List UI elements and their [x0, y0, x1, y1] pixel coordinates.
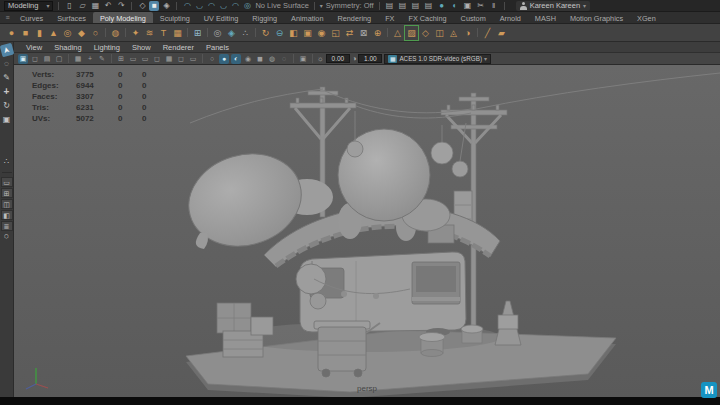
snap-to-projected-center-icon[interactable]: ◡ — [218, 1, 228, 11]
layout-outliner-icon[interactable]: ≣ — [1, 221, 13, 231]
make-live-surface-icon[interactable]: ◎ — [211, 26, 224, 40]
poly-plane-icon[interactable]: ◆ — [75, 26, 88, 40]
shelf-tab-fx-caching[interactable]: FX Caching — [401, 12, 453, 23]
poly-primitives-options-icon[interactable]: ◍ — [109, 26, 122, 40]
quad-draw-icon[interactable]: ◈ — [225, 26, 238, 40]
layout-persp-outliner-icon[interactable]: ◧ — [1, 210, 13, 220]
smooth-icon[interactable]: ◉ — [315, 26, 328, 40]
make-live-icon[interactable]: ◎ — [242, 1, 252, 11]
color-space-dropdown[interactable]: ▦ ACES 1.0 SDR-video (sRGB) ▾ — [384, 54, 491, 64]
poly-disc-icon[interactable]: ○ — [89, 26, 102, 40]
image-plane-icon[interactable]: ▦ — [73, 54, 83, 64]
mirror-icon[interactable]: ◑ — [461, 26, 474, 40]
panel-menu-lighting[interactable]: Lighting — [94, 43, 120, 52]
shelf-tab-surfaces[interactable]: Surfaces — [50, 12, 93, 23]
exposure-field[interactable]: 0.00 — [326, 54, 350, 63]
poly-cone-icon[interactable]: ▲ — [47, 26, 60, 40]
camera-attributes-icon[interactable]: ▤ — [42, 54, 52, 64]
panel-menu-renderer[interactable]: Renderer — [163, 43, 194, 52]
save-scene-icon[interactable]: ▦ — [90, 1, 100, 11]
safe-action-icon[interactable]: ◻ — [176, 54, 186, 64]
separate-icon[interactable]: ◧ — [287, 26, 300, 40]
modeling-toolkit-icon[interactable]: ⊞ — [191, 26, 204, 40]
shelf-tab-curves[interactable]: Curves — [13, 12, 50, 23]
screen-space-ao-icon[interactable]: ◍ — [267, 54, 277, 64]
new-scene-icon[interactable]: ▯ — [64, 1, 74, 11]
a-frame-sign[interactable] — [495, 301, 521, 345]
snap-to-view-plane-icon[interactable]: ◠ — [230, 1, 240, 11]
knife-icon[interactable]: ╱ — [481, 26, 494, 40]
gate-mask-icon[interactable]: ◻ — [152, 54, 162, 64]
cut-icon[interactable]: ✂ — [476, 1, 486, 11]
select-hierarchy-icon[interactable]: ◇ — [137, 1, 147, 11]
extrude-icon[interactable]: △ — [391, 26, 404, 40]
select-camera-icon[interactable]: ▣ — [18, 54, 28, 64]
lasso-tool-icon[interactable]: ◌ — [1, 58, 13, 70]
wireframe-icon[interactable]: ○ — [207, 54, 217, 64]
zero-transforms-icon[interactable]: ∴ — [239, 26, 252, 40]
panel-menu-shading[interactable]: Shading — [54, 43, 82, 52]
plane-cut-icon[interactable]: ▰ — [495, 26, 508, 40]
select-tool-icon[interactable]: ➤ — [0, 43, 14, 58]
gamma-field[interactable]: 1.00 — [358, 54, 382, 63]
poly-type-icon[interactable]: T — [157, 26, 170, 40]
gamma-icon[interactable]: ◑ — [352, 54, 357, 63]
layout-four-pane-icon[interactable]: ⊞ — [1, 188, 13, 198]
shelf-tab-rendering[interactable]: Rendering — [330, 12, 378, 23]
target-weld-icon[interactable]: ◬ — [447, 26, 460, 40]
render-current-frame-icon[interactable]: ▤ — [398, 1, 408, 11]
open-scene-icon[interactable]: ▱ — [77, 1, 87, 11]
film-gate-icon[interactable]: ▭ — [128, 54, 138, 64]
grid-icon[interactable]: ⊞ — [116, 54, 126, 64]
pause-viewport-icon[interactable]: ‖ — [489, 1, 499, 11]
textured-icon[interactable]: ◐ — [231, 54, 241, 64]
shelf-tab-arnold[interactable]: Arnold — [493, 12, 528, 23]
sweep-mesh-icon[interactable]: ✦ — [129, 26, 142, 40]
lock-camera-icon[interactable]: ◻ — [30, 54, 40, 64]
last-tool-icon[interactable]: ∴ — [1, 156, 13, 168]
no-live-surface-field[interactable]: No Live Surface — [255, 1, 308, 10]
poly-sphere-icon[interactable]: ● — [5, 26, 18, 40]
zoom-region-icon[interactable]: ○ — [1, 232, 13, 242]
select-object-icon[interactable]: ■ — [149, 1, 159, 11]
symmetry-field[interactable]: Symmetry: Off — [326, 1, 374, 10]
display-layers-icon[interactable]: ▣ — [463, 1, 473, 11]
poly-svg-icon[interactable]: ▦ — [171, 26, 184, 40]
stool[interactable] — [419, 333, 445, 357]
shelf-tab-xgen[interactable]: XGen — [630, 12, 663, 23]
grease-pencil-icon[interactable]: ✎ — [97, 54, 107, 64]
shelf-tab-mash[interactable]: MASH — [528, 12, 563, 23]
select-component-icon[interactable]: ◈ — [161, 1, 171, 11]
resolution-gate-icon[interactable]: ▭ — [140, 54, 150, 64]
user-account-menu[interactable]: Kareen Kareen ▾ — [516, 1, 590, 11]
bookmark-icon[interactable]: ▢ — [54, 54, 64, 64]
shelf-tab-custom[interactable]: Custom — [454, 12, 493, 23]
panel-menu-show[interactable]: Show — [132, 43, 151, 52]
duplicate-face-icon[interactable]: ▣ — [301, 26, 314, 40]
safe-title-icon[interactable]: ▭ — [188, 54, 198, 64]
shelf-tab-fx[interactable]: FX — [378, 12, 401, 23]
shelf-menu-icon[interactable]: ≡ — [2, 12, 13, 23]
shelf-tab-sculpting[interactable]: Sculpting — [153, 12, 197, 23]
panel-menu-panels[interactable]: Panels — [206, 43, 229, 52]
multi-cut-icon[interactable]: ▨ — [405, 26, 418, 40]
shelf-tab-motion-graphics[interactable]: Motion Graphics — [563, 12, 630, 23]
boolean-icon[interactable]: ⊖ — [273, 26, 286, 40]
extract-icon[interactable]: ◱ — [329, 26, 342, 40]
render-settings-icon[interactable]: ▤ — [424, 1, 434, 11]
layout-two-pane-icon[interactable]: ◫ — [1, 199, 13, 209]
motion-blur-icon[interactable]: ◌ — [279, 54, 289, 64]
snap-to-point-icon[interactable]: ◠ — [206, 1, 216, 11]
transfer-attributes-icon[interactable]: ⇄ — [343, 26, 356, 40]
snap-to-curve-icon[interactable]: ◡ — [194, 1, 204, 11]
isolate-select-icon[interactable]: ▣ — [298, 54, 308, 64]
hypershade-icon[interactable]: ● — [437, 1, 447, 11]
curves-icon[interactable]: ≋ — [143, 26, 156, 40]
render-view-icon[interactable]: ▤ — [385, 1, 395, 11]
poly-cube-icon[interactable]: ■ — [19, 26, 32, 40]
snap-to-grid-icon[interactable]: ◠ — [182, 1, 192, 11]
two-d-pan-zoom-icon[interactable]: + — [85, 54, 95, 64]
shelf-tab-animation[interactable]: Animation — [284, 12, 330, 23]
shelf-tab-poly-modeling[interactable]: Poly Modeling — [93, 12, 153, 23]
delete-history-icon[interactable]: ⊠ — [357, 26, 370, 40]
